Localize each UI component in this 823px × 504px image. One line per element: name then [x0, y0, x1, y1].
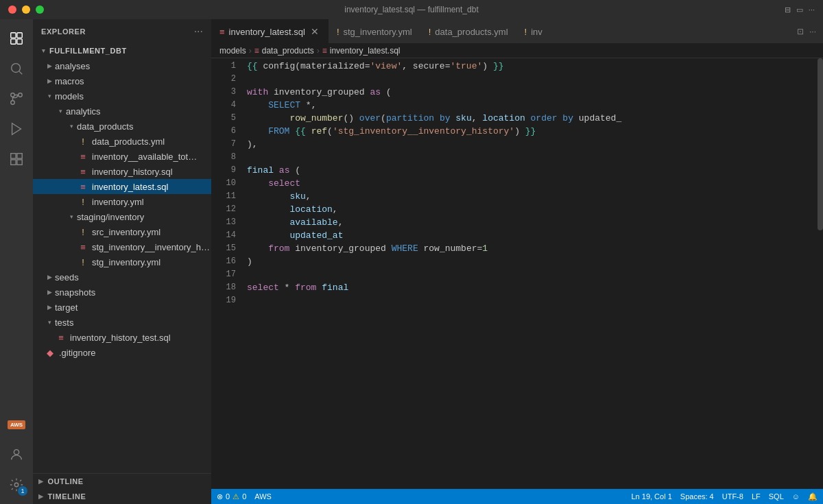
editor-scrollbar-thumb[interactable]	[818, 58, 823, 230]
split-editor-tab-icon[interactable]: ⊡	[797, 27, 804, 36]
tree-item-tests[interactable]: ▾ tests	[33, 315, 211, 330]
stg-inventory-history-label: stg_inventory__inventory_history.sql	[92, 242, 211, 252]
code-line-18: select * from final	[247, 281, 816, 294]
code-line-9: final as (	[247, 164, 816, 177]
code-line-6: FROM {{ ref('stg_inventory__inventory_hi…	[247, 125, 816, 138]
outline-label: OUTLINE	[48, 477, 84, 485]
language-label: SQL	[769, 492, 784, 501]
root-label: FULFILLMENT_DBT	[49, 47, 211, 55]
code-line-13: available,	[247, 216, 816, 229]
status-position[interactable]: Ln 19, Col 1	[631, 492, 671, 501]
code-line-17	[247, 268, 816, 281]
tree-item-gitignore[interactable]: ◆ .gitignore	[33, 345, 211, 360]
settings-icon[interactable]: 1	[3, 471, 30, 499]
eol-label: LF	[752, 492, 761, 501]
outline-header[interactable]: ▶ OUTLINE	[33, 474, 211, 489]
status-eol[interactable]: LF	[752, 492, 761, 501]
tree-item-target[interactable]: ▶ target	[33, 300, 211, 315]
models-arrow: ▾	[44, 93, 55, 99]
extensions-icon[interactable]	[3, 145, 30, 173]
more-tabs-icon[interactable]: ···	[809, 27, 816, 36]
tree-item-analytics[interactable]: ▾ analytics	[33, 104, 211, 119]
titlebar-controls	[8, 5, 44, 14]
tree-item-models[interactable]: ▾ models	[33, 88, 211, 104]
tree-item-inventory-latest[interactable]: ≡ inventory_latest.sql	[33, 179, 211, 194]
yml-icon: !	[77, 257, 89, 267]
src-inventory-label: src_inventory.yml	[92, 227, 211, 237]
more-icon[interactable]: ···	[809, 5, 815, 14]
explorer-icon[interactable]	[3, 25, 30, 52]
editor-scrollbar[interactable]	[816, 58, 823, 489]
analytics-label: analytics	[66, 106, 211, 117]
tab-inv-more[interactable]: ! inv	[516, 19, 551, 43]
tab-more-actions: ⊡ ···	[790, 19, 823, 43]
code-editor[interactable]: 12345 678910 1112131415 16171819 {{ conf…	[211, 58, 823, 489]
source-control-icon[interactable]	[3, 85, 30, 112]
tab-stg-inventory[interactable]: ! stg_inventory.yml	[329, 19, 420, 43]
macros-label: macros	[55, 76, 211, 86]
tree-item-data-products[interactable]: ▾ data_products	[33, 119, 211, 134]
root-arrow: ▾	[38, 47, 49, 54]
tree-item-analyses[interactable]: ▶ analyses	[33, 58, 211, 73]
tab-yml-icon: !	[337, 27, 339, 37]
code-line-7: ),	[247, 138, 816, 151]
tree-item-snapshots[interactable]: ▶ snapshots	[33, 285, 211, 300]
target-label: target	[55, 302, 211, 313]
breadcrumb-data-products[interactable]: ≡ data_products	[254, 46, 314, 56]
code-line-19	[247, 294, 816, 307]
code-content[interactable]: {{ config(materialized='view', secure='t…	[244, 58, 816, 489]
tree-item-inventory-history-test[interactable]: ≡ inventory_history_test.sql	[33, 330, 211, 345]
sidebar-more-icon[interactable]: ···	[194, 25, 203, 38]
error-count: 0	[226, 492, 230, 501]
tree-item-inventory-available[interactable]: ≡ inventory__available_total_by_loca...	[33, 149, 211, 164]
svg-rect-2	[11, 39, 16, 44]
snapshots-arrow: ▶	[44, 289, 55, 296]
account-icon[interactable]	[3, 441, 30, 468]
analyses-label: analyses	[55, 61, 211, 71]
breadcrumb-models[interactable]: models	[219, 46, 246, 56]
minimize-button[interactable]	[22, 5, 30, 14]
tree-item-inventory-history[interactable]: ≡ inventory_history.sql	[33, 164, 211, 179]
code-line-3: with inventory_grouped as (	[247, 86, 816, 99]
status-errors[interactable]: ⊗ 0 ⚠ 0	[217, 492, 246, 501]
timeline-label: TIMELINE	[48, 492, 86, 501]
tab-inventory-latest[interactable]: ≡ inventory_latest.sql ✕	[211, 19, 329, 43]
status-spaces[interactable]: Spaces: 4	[680, 492, 714, 501]
tree-item-stg-inventory-history[interactable]: ≡ stg_inventory__inventory_history.sql	[33, 239, 211, 254]
macros-arrow: ▶	[44, 77, 55, 84]
maximize-button[interactable]	[36, 5, 44, 14]
code-line-12: location,	[247, 203, 816, 216]
warning-icon: ⚠	[232, 492, 239, 501]
tree-root[interactable]: ▾ FULFILLMENT_DBT	[33, 43, 211, 58]
titlebar-right-controls: ⊟ ▭ ···	[785, 5, 815, 14]
split-editor-icon[interactable]: ⊟	[785, 5, 791, 14]
bell-icon: 🔔	[808, 492, 818, 501]
tree-item-stg-inventory-yml[interactable]: ! stg_inventory.yml	[33, 254, 211, 269]
layout-icon[interactable]: ▭	[796, 5, 803, 14]
aws-icon[interactable]: AWS	[3, 411, 30, 438]
tree-item-seeds[interactable]: ▶ seeds	[33, 269, 211, 285]
timeline-header[interactable]: ▶ TIMELINE	[33, 489, 211, 504]
status-aws[interactable]: AWS	[254, 492, 272, 501]
tree-item-macros[interactable]: ▶ macros	[33, 73, 211, 88]
search-icon[interactable]	[3, 55, 30, 82]
svg-marker-9	[12, 123, 21, 135]
status-feedback-icon[interactable]: ☺	[792, 492, 800, 501]
sidebar-bottom: ▶ OUTLINE ▶ TIMELINE	[33, 473, 211, 504]
tree-item-data-products-yml[interactable]: ! data_products.yml	[33, 134, 211, 149]
svg-rect-12	[11, 160, 16, 165]
tab-data-products[interactable]: ! data_products.yml	[420, 19, 516, 43]
titlebar: inventory_latest.sql — fulfillment_dbt ⊟…	[0, 0, 823, 19]
tree-item-src-inventory[interactable]: ! src_inventory.yml	[33, 224, 211, 239]
status-encoding[interactable]: UTF-8	[722, 492, 743, 501]
activity-bar: AWS 1	[0, 19, 33, 504]
close-button[interactable]	[8, 5, 16, 14]
tree-item-inventory-yml[interactable]: ! inventory.yml	[33, 194, 211, 209]
run-debug-icon[interactable]	[3, 115, 30, 143]
status-language[interactable]: SQL	[769, 492, 784, 501]
breadcrumb-inventory-latest[interactable]: ≡ inventory_latest.sql	[322, 46, 401, 56]
status-bell-icon[interactable]: 🔔	[808, 492, 818, 501]
tab-close-button[interactable]: ✕	[309, 26, 320, 37]
tree-item-staging-inventory[interactable]: ▾ staging/inventory	[33, 209, 211, 224]
svg-rect-13	[17, 160, 22, 165]
